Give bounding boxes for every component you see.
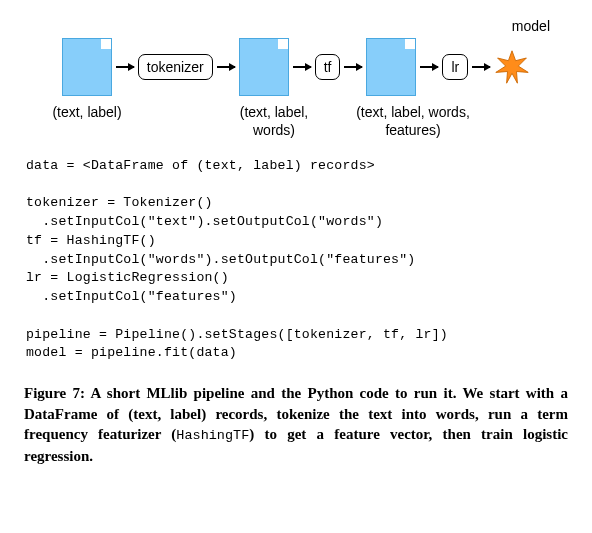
- star-icon: [494, 49, 530, 85]
- arrow-icon: [217, 66, 235, 68]
- arrow-icon: [293, 66, 311, 68]
- caption-2: (text, label, words): [228, 104, 320, 139]
- arrow-icon: [344, 66, 362, 68]
- figure-label: Figure 7:: [24, 385, 85, 401]
- diagram-captions: (text, label) (text, label, words) (text…: [24, 104, 568, 139]
- caption-code-term: HashingTF: [176, 428, 249, 443]
- caption-1: (text, label): [42, 104, 132, 139]
- stage-tf: tf: [315, 54, 341, 80]
- arrow-icon: [472, 66, 490, 68]
- stage-tokenizer: tokenizer: [138, 54, 213, 80]
- arrow-icon: [116, 66, 134, 68]
- stage-lr: lr: [442, 54, 468, 80]
- arrow-icon: [420, 66, 438, 68]
- pipeline-diagram: model tokenizer tf lr (text, label) (tex…: [24, 18, 568, 139]
- caption-3: (text, label, words, features): [350, 104, 476, 139]
- model-label: model: [512, 18, 550, 34]
- figure-caption: Figure 7: A short MLlib pipeline and the…: [24, 383, 568, 467]
- doc-icon: [239, 38, 289, 96]
- pipeline-row: tokenizer tf lr: [62, 38, 530, 96]
- svg-marker-0: [496, 51, 528, 83]
- code-listing: data = <DataFrame of (text, label) recor…: [26, 157, 568, 363]
- doc-icon: [366, 38, 416, 96]
- doc-icon: [62, 38, 112, 96]
